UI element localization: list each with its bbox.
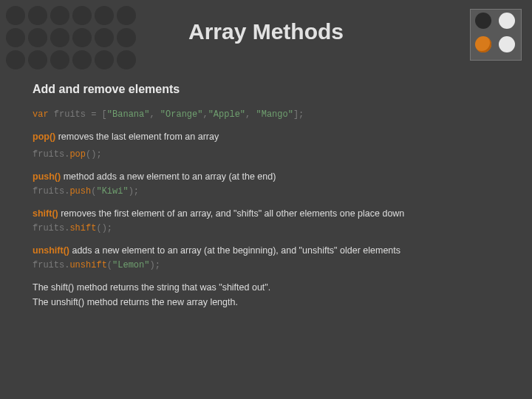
code-shift: fruits.shift();: [33, 223, 517, 233]
code-unshift: fruits.unshift("Lemon");: [33, 260, 517, 270]
page-title: Array Methods: [0, 19, 532, 44]
note-shift: The shift() method returns the string th…: [33, 282, 517, 293]
code-push: fruits.push("Kiwi");: [33, 186, 517, 197]
note-unshift: The unshift() method returns the new arr…: [33, 297, 517, 307]
content: Add and remove elements var fruits = ["B…: [33, 83, 517, 312]
section-subtitle: Add and remove elements: [33, 83, 517, 96]
pop-description: pop() removes the last element from an a…: [33, 132, 517, 142]
unshift-description: unshift() adds a new element to an array…: [33, 245, 517, 256]
code-pop: fruits.pop();: [33, 149, 517, 160]
push-description: push() method adds a new element to an a…: [33, 171, 517, 182]
code-var-declaration: var fruits = ["Banana", "Orange","Apple"…: [33, 109, 517, 120]
shift-description: shift() removes the first element of an …: [33, 208, 517, 219]
